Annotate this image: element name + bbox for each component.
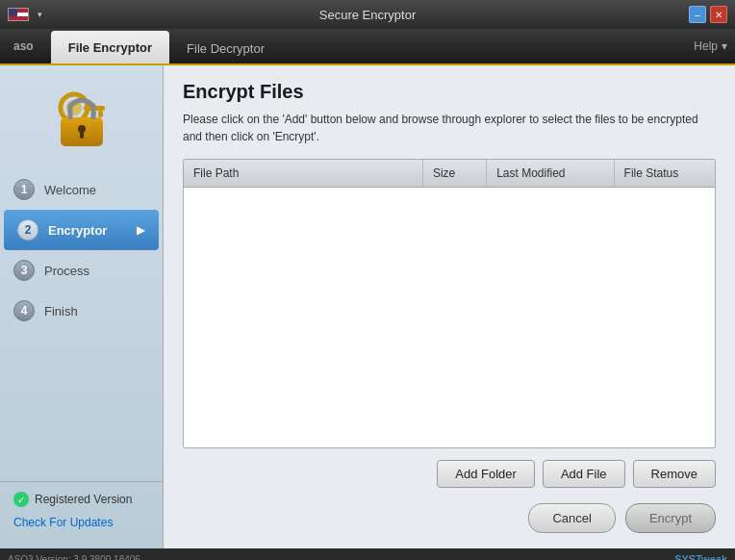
page-title: Encrypt Files [183, 81, 716, 103]
svg-rect-7 [80, 131, 84, 139]
col-size: Size [422, 160, 486, 188]
step-label-process: Process [44, 264, 89, 278]
content-area: Encrypt Files Please click on the 'Add' … [164, 65, 735, 548]
lock-icon [53, 85, 111, 150]
step-circle-4: 4 [13, 300, 35, 321]
col-filepath: File Path [184, 160, 422, 188]
check-updates-link[interactable]: Check For Updates [13, 516, 113, 529]
systweak-logo: SYSTweak [674, 553, 727, 560]
file-table: File Path Size Last Modified File Status [184, 160, 715, 188]
step-encryptor[interactable]: 2 Encryptor ▶ [4, 210, 159, 250]
step-circle-2: 2 [17, 219, 38, 241]
minimize-button[interactable]: – [689, 6, 706, 23]
cancel-button[interactable]: Cancel [528, 503, 615, 533]
title-bar: ▾ Secure Encryptor – ✕ [0, 0, 735, 29]
window-controls: – ✕ [689, 6, 727, 23]
nav-bar: aso File Encryptor File Decryptor Help ▾ [0, 29, 735, 65]
svg-rect-3 [98, 111, 103, 117]
registered-check-icon: ✓ [13, 492, 29, 507]
step-label-finish: Finish [44, 304, 78, 318]
step-label-encryptor: Encryptor [48, 223, 107, 238]
version-bar: ASO3 Version: 3.9.3800.18406 SYSTweak [0, 548, 735, 560]
sidebar-steps: 1 Welcome 2 Encryptor ▶ 3 Process 4 Fini… [0, 160, 163, 481]
add-folder-button[interactable]: Add Folder [437, 460, 535, 488]
encrypt-button[interactable]: Encrypt [625, 503, 716, 533]
sidebar: 1 Welcome 2 Encryptor ▶ 3 Process 4 Fini… [0, 65, 164, 548]
help-menu[interactable]: Help ▾ [694, 29, 727, 64]
registered-row: ✓ Registered Version [13, 492, 149, 507]
file-table-container: File Path Size Last Modified File Status [183, 159, 716, 448]
close-button[interactable]: ✕ [710, 6, 727, 23]
content-description: Please click on the 'Add' button below a… [183, 111, 716, 145]
app-title: Secure Encryptor [46, 8, 689, 22]
col-last-modified: Last Modified [487, 160, 614, 188]
tab-file-decryptor[interactable]: File Decryptor [169, 33, 282, 64]
main-layout: 1 Welcome 2 Encryptor ▶ 3 Process 4 Fini… [0, 65, 735, 548]
sidebar-footer: ✓ Registered Version Check For Updates [0, 481, 163, 539]
step-welcome[interactable]: 1 Welcome [0, 169, 163, 210]
help-chevron-icon: ▾ [722, 39, 727, 53]
file-action-buttons: Add Folder Add File Remove [183, 460, 716, 492]
sidebar-logo [0, 75, 163, 160]
remove-button[interactable]: Remove [633, 460, 716, 488]
step-arrow-icon: ▶ [137, 223, 145, 237]
step-circle-1: 1 [13, 179, 35, 200]
step-label-welcome: Welcome [44, 183, 96, 197]
flag-icon [8, 8, 29, 21]
chevron-down-icon[interactable]: ▾ [33, 8, 46, 21]
version-text: ASO3 Version: 3.9.3800.18406 [8, 554, 140, 561]
nav-logo: aso [8, 29, 39, 64]
add-file-button[interactable]: Add File [543, 460, 625, 488]
step-circle-3: 3 [13, 260, 35, 281]
tab-file-encryptor[interactable]: File Encryptor [51, 31, 169, 64]
step-process[interactable]: 3 Process [0, 250, 163, 291]
col-file-status: File Status [614, 160, 715, 188]
title-bar-left: ▾ [8, 8, 46, 21]
step-finish[interactable]: 4 Finish [0, 291, 163, 331]
registered-label: Registered Version [35, 493, 132, 506]
bottom-action-buttons: Cancel Encrypt [183, 503, 716, 533]
